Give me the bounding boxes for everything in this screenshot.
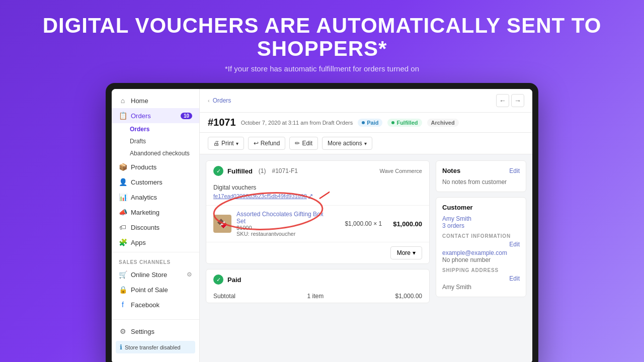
edit-button[interactable]: ✏ Edit [289, 137, 318, 150]
sidebar-sub-drafts[interactable]: Drafts [112, 135, 199, 147]
notes-content: No notes from customer [442, 178, 520, 186]
notes-edit-button[interactable]: Edit [509, 167, 520, 174]
nav-next-button[interactable]: → [511, 94, 524, 107]
product-price: $1000 [236, 225, 334, 231]
customers-icon: 👤 [119, 178, 127, 186]
fulfilled-badge: Fulfilled [387, 119, 422, 127]
fulfilled-id: #1071-F1 [272, 167, 298, 174]
subtotal-row: Subtotal 1 item $1,000.00 [206, 290, 429, 303]
shipping-edit-button[interactable]: Edit [509, 275, 520, 282]
customer-phone: No phone number [442, 256, 520, 263]
archived-badge: Archived [427, 119, 459, 127]
contact-info-header: Edit [442, 241, 520, 248]
home-icon: ⌂ [119, 97, 127, 105]
digital-vouchers-section: Digital vouchers fe17ead02098d3623cf5db4… [206, 181, 429, 206]
marketing-icon: 📣 [119, 208, 127, 216]
online-store-settings-icon[interactable]: ⚙ [187, 271, 192, 278]
customer-email[interactable]: example@example.com [442, 249, 520, 256]
notes-title: Notes [442, 167, 460, 174]
sidebar-analytics-label: Analytics [131, 194, 157, 201]
voucher-link[interactable]: fe17ead02098d3623cf5db49fd931d90 ↗ [213, 193, 422, 199]
more-button[interactable]: More ▾ [390, 246, 422, 259]
refund-button[interactable]: ↩ Refund [248, 137, 286, 150]
shipping-label: SHIPPING ADDRESS [442, 267, 520, 273]
hero-section: DIGITAL VOUCHERS ARE AUTOMATICALLY SENT … [0, 0, 644, 78]
sidebar-sub-orders[interactable]: Orders [112, 123, 199, 135]
print-button[interactable]: 🖨 Print ▾ [208, 137, 244, 150]
products-icon: 📦 [119, 163, 127, 171]
customer-orders[interactable]: 3 orders [442, 222, 520, 229]
breadcrumb: ‹ Orders ← → [200, 89, 532, 113]
sidebar-item-customers[interactable]: 👤 Customers [112, 174, 199, 190]
sidebar-item-analytics[interactable]: 📊 Analytics [112, 190, 199, 205]
fulfilled-check-icon: ✓ [213, 166, 223, 176]
contact-edit-button[interactable]: Edit [509, 241, 520, 248]
sales-channels-label: SALES CHANNELS [112, 254, 199, 267]
notes-header: Notes Edit [442, 167, 520, 174]
device-screen: ⌂ Home 📋 Orders 10 Orders Drafts Abandon… [112, 89, 532, 362]
fulfilled-count: (1) [259, 167, 266, 174]
content-right: Notes Edit No notes from customer Custom… [436, 160, 526, 357]
order-header-row: #1071 October 7, 2020 at 3:11 am from Dr… [200, 113, 532, 133]
facebook-icon: f [119, 301, 127, 309]
contact-label: CONTACT INFORMATION [442, 233, 520, 239]
print-chevron-icon: ▾ [236, 141, 238, 146]
hero-subtitle: *If your store has automatic fulfillment… [30, 64, 614, 73]
product-qty: $1,000.00 × 1 [345, 220, 382, 227]
product-thumbnail: 🍫 [213, 215, 231, 233]
sidebar-marketing-label: Marketing [131, 209, 159, 216]
product-total: $1,000.00 [393, 220, 422, 228]
subtotal-label: Subtotal [213, 293, 235, 300]
print-icon: 🖨 [213, 140, 219, 147]
shipping-name: Amy Smith [442, 284, 520, 291]
product-name[interactable]: Assorted Chocolates Gifting Box Set [236, 211, 334, 225]
sidebar-discounts-label: Discounts [131, 224, 159, 231]
sidebar-item-facebook[interactable]: f Facebook [112, 297, 199, 312]
customer-panel: Customer Amy Smith 3 orders CONTACT INFO… [436, 197, 526, 297]
hero-title: DIGITAL VOUCHERS ARE AUTOMATICALLY SENT … [30, 14, 614, 60]
sidebar-item-settings[interactable]: ⚙ Settings [112, 324, 199, 339]
sidebar-products-label: Products [131, 163, 156, 171]
paid-check-icon: ✓ [213, 275, 223, 285]
wave-commerce-label: Wave Commerce [379, 168, 422, 174]
fulfilled-label: Fulfilled [227, 167, 253, 175]
sidebar-item-discounts[interactable]: 🏷 Discounts [112, 220, 199, 235]
sidebar-sub-abandoned[interactable]: Abandoned checkouts [112, 147, 199, 159]
orders-badge: 10 [181, 113, 192, 119]
sidebar-item-online-store[interactable]: 🛒 Online Store ⚙ [112, 267, 199, 282]
content-area: ✓ Fulfilled (1) #1071-F1 Wave Commerce D… [200, 154, 532, 362]
sidebar-item-marketing[interactable]: 📣 Marketing [112, 205, 199, 220]
sidebar-item-home[interactable]: ⌂ Home [112, 93, 199, 108]
sidebar-customers-label: Customers [131, 178, 163, 186]
sidebar-pos-label: Point of Sale [131, 286, 168, 294]
orders-icon: 📋 [119, 112, 127, 120]
online-store-icon: 🛒 [119, 270, 127, 279]
store-transfer-banner: ℹ Store transfer disabled [116, 341, 195, 353]
subtotal-items: 1 item [307, 293, 324, 300]
external-link-icon: ↗ [308, 193, 313, 199]
notes-panel: Notes Edit No notes from customer [436, 160, 526, 192]
more-actions-button[interactable]: More actions ▾ [322, 137, 372, 150]
order-meta: October 7, 2020 at 3:11 am from Draft Or… [241, 120, 353, 126]
paid-badge: Paid [358, 119, 382, 127]
nav-prev-button[interactable]: ← [496, 94, 509, 107]
breadcrumb-chevron: ‹ [208, 98, 210, 104]
breadcrumb-orders[interactable]: Orders [213, 97, 231, 104]
sidebar-divider [112, 252, 199, 252]
digital-vouchers-label: Digital vouchers [213, 184, 422, 191]
apps-icon: 🧩 [119, 238, 127, 246]
sidebar-item-apps[interactable]: 🧩 Apps [112, 235, 199, 250]
sidebar-online-store-label: Online Store [131, 271, 167, 279]
main-content: ‹ Orders ← → #1071 October 7, 2020 at 3:… [200, 89, 532, 362]
device-frame: ⌂ Home 📋 Orders 10 Orders Drafts Abandon… [106, 83, 538, 362]
sidebar-settings-label: Settings [131, 328, 154, 335]
shipping-info-header: Edit [442, 275, 520, 282]
sidebar-item-orders[interactable]: 📋 Orders 10 [112, 108, 199, 123]
discounts-icon: 🏷 [119, 223, 127, 231]
sidebar: ⌂ Home 📋 Orders 10 Orders Drafts Abandon… [112, 89, 200, 362]
paid-label: Paid [227, 276, 241, 284]
sidebar-facebook-label: Facebook [131, 301, 159, 309]
sidebar-item-products[interactable]: 📦 Products [112, 159, 199, 174]
sidebar-item-pos[interactable]: 🔒 Point of Sale [112, 282, 199, 297]
customer-name[interactable]: Amy Smith [442, 215, 520, 222]
